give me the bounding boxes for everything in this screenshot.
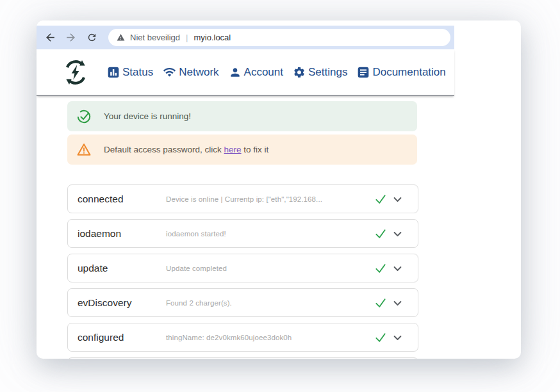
row-detail: Found 2 charger(s). (166, 299, 232, 307)
row-name: configured (78, 332, 166, 343)
row-detail: iodaemon started! (166, 230, 226, 238)
nav-item-network[interactable]: Network (163, 65, 218, 79)
wifi-icon (163, 65, 176, 79)
check-icon (374, 262, 387, 277)
warning-text-after: to fix it (242, 145, 269, 154)
warning-alert: Default access password, click here to f… (67, 135, 417, 165)
security-label[interactable]: Niet beveiligd (130, 33, 180, 42)
row-detail: thingName: de2v0kmk60ujoee3dok0h (166, 334, 292, 341)
nav-label: Network (179, 66, 218, 79)
check-icon (374, 227, 387, 243)
row-name: connected (78, 193, 166, 205)
address-url[interactable]: myio.local (194, 33, 231, 42)
nav-item-account[interactable]: Account (229, 66, 283, 79)
forward-icon[interactable] (62, 29, 79, 46)
status-row-configured[interactable]: configured thingName: de2v0kmk60ujoee3do… (67, 323, 418, 352)
chevron-down-icon[interactable] (392, 263, 403, 277)
row-name: update (78, 263, 166, 274)
warning-triangle-icon (76, 142, 92, 158)
status-row-evdiscovery[interactable]: evDiscovery Found 2 charger(s). (67, 288, 418, 317)
address-bar[interactable]: Niet beveiligd | myio.local (108, 29, 450, 46)
reload-icon[interactable] (83, 29, 100, 46)
status-row-update[interactable]: update Update completed (67, 254, 418, 282)
document-icon (357, 66, 370, 79)
chevron-down-icon[interactable] (392, 298, 403, 311)
status-row-connected[interactable]: connected Device is online | Currentp ip… (67, 184, 418, 213)
circular-arrows-bolt-logo[interactable] (62, 58, 89, 86)
row-detail: Update completed (166, 265, 227, 272)
gear-icon (293, 66, 306, 79)
not-secure-warning-icon (117, 33, 125, 42)
warning-text-before: Default access password, click (104, 145, 224, 154)
success-alert: Your device is running! (67, 101, 417, 131)
check-icon (374, 297, 387, 312)
chevron-down-icon[interactable] (392, 332, 403, 346)
person-icon (229, 66, 242, 79)
success-alert-text: Your device is running! (104, 111, 191, 121)
status-row-iodaemon[interactable]: iodaemon iodaemon started! (67, 219, 418, 248)
status-row-partial[interactable] (67, 357, 418, 359)
nav-item-settings[interactable]: Settings (293, 66, 347, 79)
chevron-down-icon[interactable] (392, 229, 403, 242)
nav-label: Status (122, 66, 153, 79)
browser-window: Niet beveiligd | myio.local (37, 20, 521, 359)
nav-item-documentation[interactable]: Documentation (357, 66, 445, 79)
row-detail: Device is online | Currentp ip: ["eth","… (166, 195, 322, 203)
row-name: iodaemon (78, 228, 166, 240)
address-separator: | (186, 33, 188, 42)
nav-item-status[interactable]: Status (107, 66, 153, 79)
nav-items: Status Network Account Settings (107, 65, 446, 79)
bar-chart-icon (107, 66, 120, 79)
nav-label: Account (244, 66, 283, 79)
check-icon (374, 193, 387, 208)
nav-label: Settings (308, 66, 347, 79)
fix-password-link[interactable]: here (224, 145, 242, 154)
row-name: evDiscovery (78, 297, 166, 309)
back-icon[interactable] (42, 29, 58, 46)
browser-toolbar: Niet beveiligd | myio.local (37, 26, 454, 49)
nav-label: Documentation (372, 66, 445, 79)
app-navbar: Status Network Account Settings (37, 49, 454, 96)
warning-alert-text: Default access password, click here to f… (104, 145, 268, 154)
chevron-down-icon[interactable] (392, 194, 403, 208)
check-circle-icon (76, 109, 92, 124)
check-icon (374, 331, 387, 347)
